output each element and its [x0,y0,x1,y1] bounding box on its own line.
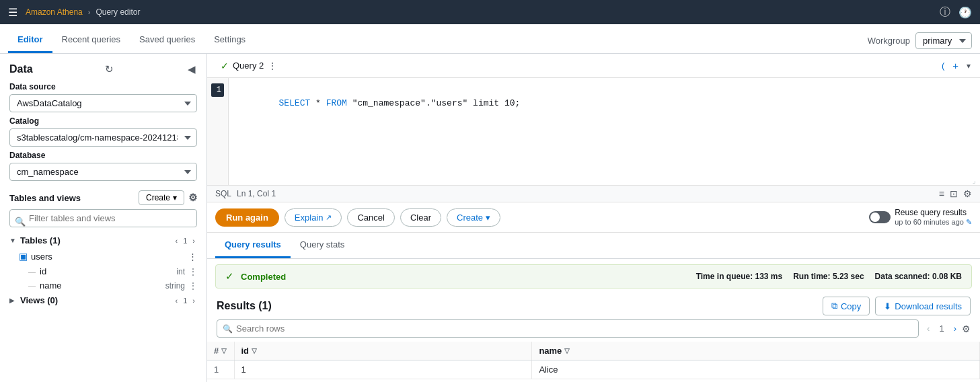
views-toggle-icon[interactable]: ▶ [9,297,17,304]
info-icon[interactable]: ⓘ [940,5,950,20]
workgroup-section: Workgroup primary [868,32,972,53]
clear-button[interactable]: Clear [400,208,441,227]
editor-status-bar: SQL Ln 1, Col 1 ≡ ⊡ ⚙ [207,186,980,202]
catalog-section: Catalog s3tablescatalog/cm-namespace-202… [0,116,206,151]
tab-settings[interactable]: Settings [204,28,255,53]
run-again-button[interactable]: Run again [215,208,279,227]
completed-bar: ✓ Completed Time in queue: 133 ms Run ti… [215,264,972,289]
tables-toggle-icon[interactable]: ▼ [9,237,17,244]
table-row: 1 1 Alice [207,360,980,379]
pagination-settings-icon[interactable]: ⚙ [962,323,971,334]
query-tab-menu-icon[interactable]: ⋮ [268,61,277,71]
query-tab-actions: ( + ▾ [939,59,973,73]
database-select[interactable]: cm_namespace [9,163,197,181]
menu-icon[interactable]: ☰ [8,6,17,19]
explain-button[interactable]: Explain ↗ [285,208,342,227]
sidebar-title: Data [9,63,33,75]
search-rows-input[interactable] [217,319,919,338]
download-button[interactable]: ⬇ Download results [875,297,971,315]
prev-page-arrow[interactable]: ‹ [924,322,932,335]
filter-input-wrap: 🔍 [0,209,206,233]
filter-tables-input[interactable] [9,209,197,227]
workgroup-select[interactable]: primary [915,32,972,49]
completed-check-icon: ✓ [225,270,234,282]
refresh-icon[interactable]: ↻ [104,62,115,77]
results-header: Results (1) ⧉ Copy ⬇ Download results [207,294,980,319]
results-area: Query results Query stats ✓ Completed Ti… [207,233,980,382]
tables-prev-arrow[interactable]: ‹ [174,236,180,245]
page-number: 1 [935,322,948,335]
row-num: 1 [207,360,234,379]
col-header-name: name ▽ [532,342,980,360]
result-tab-results[interactable]: Query results [215,233,291,258]
views-prev-arrow[interactable]: ‹ [174,296,180,305]
result-tab-stats[interactable]: Query stats [291,233,354,258]
tables-label: Tables (1) [20,235,171,245]
views-label: Views (0) [20,295,171,305]
status-bar-icons: ≡ ⊡ ⚙ [939,188,972,199]
id-col-indent: — [28,268,36,276]
database-section: Database cm_namespace [0,151,206,185]
breadcrumb-separator: › [88,8,91,16]
views-page-num: 1 [181,296,189,305]
create-toolbar-button[interactable]: Create ▾ [447,208,500,227]
sort-icon-id[interactable]: ▽ [252,347,257,354]
format-icon[interactable]: ≡ [939,188,944,199]
resize-handle[interactable]: ⌟ [972,177,980,185]
next-page-arrow[interactable]: › [951,322,959,335]
reuse-toggle[interactable] [869,211,891,223]
users-table-item[interactable]: ▣ users ⋮ [0,248,206,264]
status-position: Ln 1, Col 1 [237,189,276,198]
query-tab-2[interactable]: ✓ Query 2 ⋮ [214,56,284,75]
query-tab-check-icon: ✓ [221,61,229,71]
filter-search-icon: 🔍 [15,216,26,226]
clock-icon[interactable]: 🕐 [958,6,972,19]
results-table-wrap: # ▽ id ▽ [207,342,980,382]
data-source-select[interactable]: AwsDataCatalog [9,94,197,112]
sql-editor[interactable]: SELECT * FROM "cm_namespace"."users" lim… [229,78,980,185]
tab-editor[interactable]: Editor [8,28,52,53]
users-table-menu-icon[interactable]: ⋮ [188,252,197,262]
result-tabs: Query results Query stats [207,233,980,259]
explain-external-icon: ↗ [326,213,332,222]
sidebar-header: Data ↻ ◀ [0,54,206,82]
stats-row: Time in queue: 133 ms Run time: 5.23 sec… [696,272,962,281]
chevron-tab-down-icon[interactable]: ▾ [964,60,973,72]
wrap-icon[interactable]: ⊡ [950,188,958,199]
copy-button[interactable]: ⧉ Copy [823,297,870,315]
add-query-icon[interactable]: ( [939,59,947,72]
create-button[interactable]: Create ▾ [139,190,184,205]
sort-icon-name[interactable]: ▽ [564,347,570,354]
editor-toolbar: Run again Explain ↗ Cancel Clear Create … [207,202,980,233]
tables-settings-icon[interactable]: ⚙ [188,192,197,204]
top-nav-right: ⓘ 🕐 [940,5,972,20]
cancel-button[interactable]: Cancel [347,208,394,227]
data-source-section: Data source AwsDataCatalog [0,82,206,116]
plus-icon[interactable]: + [950,59,961,73]
tables-tree-item[interactable]: ▼ Tables (1) ‹ 1 › [0,233,206,248]
tables-next-arrow[interactable]: › [190,236,197,245]
breadcrumb-current: Query editor [96,7,140,17]
chevron-down-icon: ▾ [173,193,177,202]
id-col-menu-icon[interactable]: ⋮ [189,267,197,276]
views-tree-item[interactable]: ▶ Views (0) ‹ 1 › [0,293,206,308]
tab-recent-queries[interactable]: Recent queries [52,28,130,53]
id-col-type: int [176,267,185,276]
col-header-num: # ▽ [207,342,234,360]
settings-editor-icon[interactable]: ⚙ [963,188,972,199]
app-name-link[interactable]: Amazon Athena [26,7,83,17]
copy-icon: ⧉ [831,301,837,311]
views-next-arrow[interactable]: › [190,296,197,305]
workgroup-label: Workgroup [868,36,910,46]
collapse-icon[interactable]: ◀ [186,62,197,77]
tab-saved-queries[interactable]: Saved queries [130,28,204,53]
tables-views-label: Tables and views [9,193,81,203]
reuse-edit-icon[interactable]: ✎ [966,218,972,226]
catalog-select[interactable]: s3tablescatalog/cm-namespace-20241218 [9,128,197,147]
row-name: Alice [532,360,980,379]
download-icon: ⬇ [884,301,891,311]
sort-icon-num[interactable]: ▽ [221,347,227,354]
main-layout: Data ↻ ◀ Data source AwsDataCatalog Cata… [0,54,980,382]
name-col-menu-icon[interactable]: ⋮ [189,281,197,291]
tables-nav-arrows: ‹ 1 › [174,236,197,245]
